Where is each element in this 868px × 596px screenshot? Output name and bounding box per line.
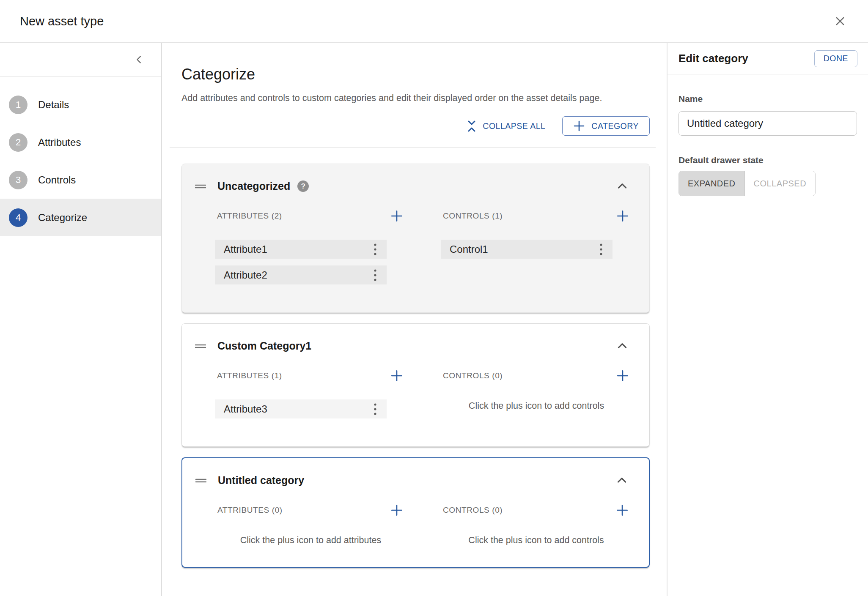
controls-header: CONTROLS (0) — [443, 506, 503, 515]
step-label: Attributes — [38, 137, 81, 148]
collapse-all-icon — [467, 120, 476, 132]
close-icon — [834, 15, 846, 27]
add-control-button[interactable] — [615, 503, 629, 517]
category-name: Untitled category — [218, 474, 304, 487]
drawer-body: Name Default drawer state EXPANDED COLLA… — [667, 74, 868, 196]
attribute-name: Attribute3 — [224, 403, 267, 415]
add-category-button[interactable]: CATEGORY — [562, 116, 650, 136]
step-number-badge: 3 — [9, 171, 27, 189]
step-number-badge: 1 — [9, 96, 27, 114]
chevron-up-icon — [616, 475, 627, 486]
close-button[interactable] — [830, 11, 850, 31]
controls-empty-placeholder: Click the plus icon to add controls — [443, 400, 630, 411]
category-name: Custom Category1 — [217, 340, 311, 352]
drag-handle[interactable] — [195, 477, 206, 484]
category-card-list: Uncategorized ? ATTRIB — [181, 164, 650, 568]
kebab-icon — [374, 268, 377, 282]
control-menu-button[interactable] — [594, 241, 608, 258]
add-control-button[interactable] — [615, 369, 630, 383]
drawer-state-label: Default drawer state — [678, 155, 857, 165]
drawer-header: Edit category DONE — [667, 43, 868, 74]
toggle-option-expanded[interactable]: EXPANDED — [679, 171, 745, 196]
controls-column: CONTROLS (1) Control1 — [443, 211, 630, 291]
kebab-icon — [374, 402, 377, 416]
add-attribute-button[interactable] — [390, 209, 404, 223]
drawer-state-block: Default drawer state EXPANDED COLLAPSED — [678, 155, 857, 196]
collapse-all-label: COLLAPSE ALL — [483, 121, 545, 131]
kebab-icon — [374, 243, 377, 256]
chevron-up-icon — [617, 181, 628, 192]
chevron-left-icon — [135, 55, 144, 64]
category-name: Uncategorized — [217, 180, 290, 192]
attributes-header: ATTRIBUTES (0) — [217, 506, 283, 515]
controls-header: CONTROLS (1) — [443, 211, 503, 221]
help-icon[interactable]: ? — [297, 180, 309, 192]
control-name: Control1 — [450, 243, 488, 255]
plus-icon — [616, 504, 629, 517]
drag-handle[interactable] — [195, 343, 206, 350]
add-attribute-button[interactable] — [390, 369, 404, 383]
controls-column: CONTROLS (0) Click the plus icon to add … — [443, 371, 630, 425]
toggle-option-collapsed[interactable]: COLLAPSED — [745, 171, 816, 196]
attribute-menu-button[interactable] — [368, 267, 382, 284]
attribute-chip[interactable]: Attribute1 — [215, 240, 387, 259]
collapse-card-button[interactable] — [615, 339, 630, 354]
sidebar-step-details[interactable]: 1 Details — [0, 86, 161, 123]
controls-empty-placeholder: Click the plus icon to add controls — [443, 535, 629, 546]
sidebar-step-categorize[interactable]: 4 Categorize — [0, 199, 161, 236]
card-title-row: Uncategorized ? — [182, 177, 649, 196]
plus-icon — [390, 369, 403, 382]
add-attribute-button[interactable] — [390, 503, 404, 517]
step-sidebar: 1 Details 2 Attributes 3 Controls 4 Cate… — [0, 43, 162, 596]
attributes-empty-placeholder: Click the plus icon to add attributes — [217, 535, 404, 546]
attribute-menu-button[interactable] — [368, 241, 382, 258]
controls-column: CONTROLS (0) Click the plus icon to add … — [443, 505, 629, 546]
step-label: Categorize — [38, 212, 87, 224]
card-title-row: Custom Category1 — [182, 336, 649, 355]
drag-handle[interactable] — [195, 183, 206, 190]
attributes-header: ATTRIBUTES (2) — [217, 211, 282, 221]
card-body: ATTRIBUTES (0) Click the plus icon to ad… — [182, 490, 649, 567]
controls-header: CONTROLS (0) — [443, 371, 503, 380]
collapse-all-button[interactable]: COLLAPSE ALL — [467, 120, 545, 132]
card-body: ATTRIBUTES (1) Attribute3 — [182, 355, 649, 446]
card-title-row: Untitled category — [182, 471, 649, 490]
attributes-column: ATTRIBUTES (0) Click the plus icon to ad… — [217, 505, 404, 546]
drag-handle-icon — [195, 477, 206, 484]
name-field-label: Name — [678, 94, 857, 104]
attribute-name: Attribute1 — [224, 243, 267, 255]
category-name-input[interactable] — [678, 111, 857, 136]
plus-icon — [390, 210, 403, 222]
collapse-sidebar-button[interactable] — [131, 51, 148, 68]
collapse-card-button[interactable] — [614, 473, 629, 488]
attribute-chip[interactable]: Attribute3 — [215, 399, 387, 418]
dialog-title: New asset type — [20, 14, 104, 28]
drag-handle-icon — [195, 183, 206, 190]
drawer-title: Edit category — [678, 52, 748, 65]
plus-icon — [616, 369, 629, 382]
add-control-button[interactable] — [615, 209, 630, 223]
actions-row: COLLAPSE ALL CATEGORY — [181, 116, 650, 136]
section-divider — [170, 147, 656, 148]
done-button[interactable]: DONE — [814, 50, 857, 67]
sidebar-step-controls[interactable]: 3 Controls — [0, 161, 161, 199]
attribute-chip[interactable]: Attribute2 — [215, 265, 387, 284]
attributes-header: ATTRIBUTES (1) — [217, 371, 282, 380]
step-number-badge: 2 — [9, 133, 27, 152]
sidebar-header — [0, 43, 161, 77]
category-card-uncategorized: Uncategorized ? ATTRIB — [181, 164, 650, 313]
add-category-label: CATEGORY — [591, 121, 639, 131]
plus-icon — [573, 120, 585, 132]
drawer-state-toggle: EXPANDED COLLAPSED — [678, 171, 816, 196]
edit-category-drawer: Edit category DONE Name Default drawer s… — [667, 43, 868, 596]
category-card-custom-category1: Custom Category1 ATTRIBUTES (1) — [181, 323, 650, 447]
control-chip[interactable]: Control1 — [441, 240, 613, 259]
attribute-menu-button[interactable] — [368, 401, 382, 418]
card-body: ATTRIBUTES (2) Attribute1 — [182, 196, 649, 312]
sidebar-step-attributes[interactable]: 2 Attributes — [0, 123, 161, 161]
step-list: 1 Details 2 Attributes 3 Controls 4 Cate… — [0, 77, 161, 236]
step-number-badge: 4 — [9, 208, 27, 227]
collapse-card-button[interactable] — [615, 179, 630, 194]
drag-handle-icon — [195, 343, 206, 350]
category-card-untitled-category: Untitled category ATTRIBUTES (0) — [181, 457, 650, 568]
